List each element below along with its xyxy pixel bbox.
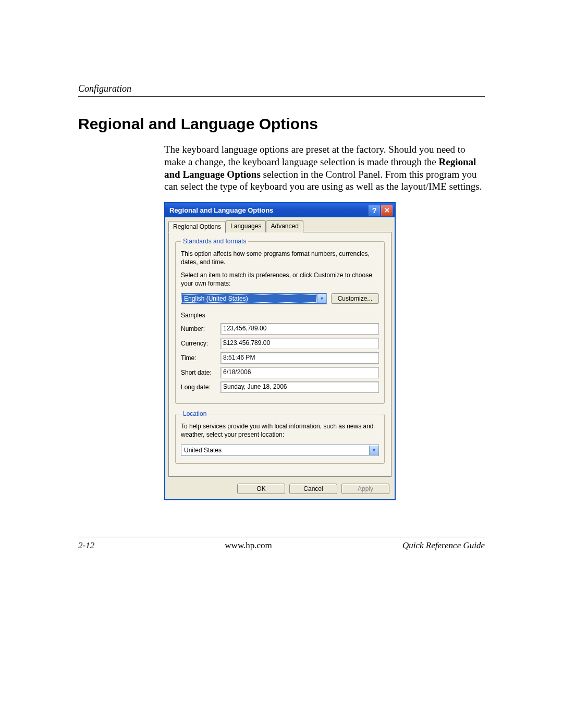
location-desc: To help services provide you with local … (181, 423, 379, 439)
location-group: Location To help services provide you wi… (175, 410, 385, 463)
longdate-label: Long date: (181, 384, 221, 391)
format-combobox[interactable]: English (United States) ▼ (181, 293, 327, 304)
standards-group: Standards and formats This option affect… (175, 238, 385, 404)
footer-url: www.hp.com (225, 540, 272, 551)
time-label: Time: (181, 354, 221, 362)
longdate-value: Sunday, June 18, 2006 (221, 381, 379, 393)
number-label: Number: (181, 325, 221, 332)
guide-name: Quick Reference Guide (402, 540, 485, 551)
ok-button[interactable]: OK (237, 484, 285, 494)
tab-languages[interactable]: Languages (226, 220, 266, 232)
page-footer: 2-12 www.hp.com Quick Reference Guide (78, 537, 485, 551)
dialog-button-row: OK Cancel Apply (165, 480, 395, 499)
shortdate-value: 6/18/2006 (221, 367, 379, 378)
tab-panel: Standards and formats This option affect… (168, 232, 391, 477)
number-value: 123,456,789.00 (221, 323, 379, 335)
titlebar[interactable]: Regional and Language Options ? ✕ (165, 203, 395, 217)
standards-legend: Standards and formats (181, 238, 248, 245)
location-legend: Location (181, 410, 209, 417)
sample-row-number: Number: 123,456,789.00 (181, 323, 379, 335)
samples-label: Samples (181, 312, 379, 319)
tab-advanced[interactable]: Advanced (266, 220, 303, 232)
close-icon[interactable]: ✕ (381, 205, 393, 216)
chapter-name: Configuration (78, 83, 131, 94)
sample-row-currency: Currency: $123,456,789.00 (181, 338, 379, 349)
page-header: Configuration (78, 83, 485, 97)
format-selected: English (United States) (181, 294, 317, 303)
sample-row-longdate: Long date: Sunday, June 18, 2006 (181, 381, 379, 393)
tab-row: Regional Options Languages Advanced (168, 220, 395, 232)
body-text-a: The keyboard language options are preset… (164, 144, 466, 167)
apply-button: Apply (341, 484, 389, 494)
chevron-down-icon[interactable]: ▼ (317, 294, 326, 303)
customize-button[interactable]: Customize... (331, 293, 379, 304)
page-number: 2-12 (78, 540, 94, 551)
dialog-title: Regional and Language Options (169, 206, 273, 214)
chevron-down-icon[interactable]: ▼ (369, 446, 378, 455)
tab-regional-options[interactable]: Regional Options (168, 221, 226, 233)
cancel-button[interactable]: Cancel (289, 484, 337, 494)
sample-row-time: Time: 8:51:46 PM (181, 352, 379, 364)
dialog-window: Regional and Language Options ? ✕ Region… (164, 202, 396, 500)
sample-row-shortdate: Short date: 6/18/2006 (181, 367, 379, 378)
time-value: 8:51:46 PM (221, 352, 379, 364)
help-icon[interactable]: ? (369, 205, 380, 216)
location-selected: United States (181, 446, 369, 454)
location-combobox[interactable]: United States ▼ (181, 445, 379, 456)
section-title: Regional and Language Options (78, 115, 485, 133)
currency-label: Currency: (181, 340, 221, 347)
body-paragraph: The keyboard language options are preset… (164, 143, 487, 193)
currency-value: $123,456,789.00 (221, 338, 379, 349)
standards-instruction: Select an item to match its preferences,… (181, 272, 379, 288)
standards-desc: This option affects how some programs fo… (181, 250, 379, 266)
shortdate-label: Short date: (181, 369, 221, 376)
